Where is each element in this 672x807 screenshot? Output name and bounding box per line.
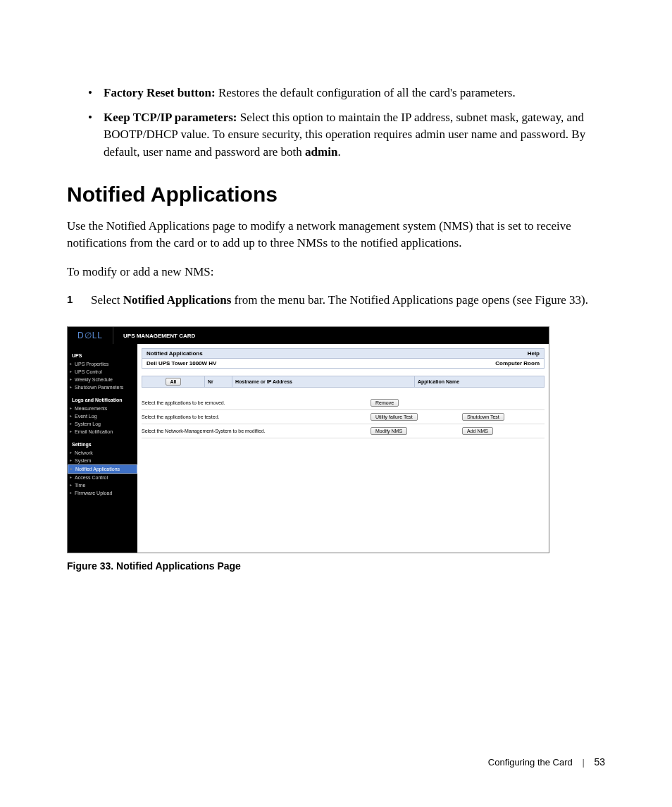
sidebar-item-measurements[interactable]: Measurements xyxy=(68,405,137,412)
app-top-bar: D∅LL UPS MANAGEMENT CARD xyxy=(68,327,549,344)
intro-paragraph: Use the Notified Applications page to mo… xyxy=(67,218,605,252)
footer-page-number: 53 xyxy=(594,756,605,768)
lead-paragraph: To modify or add a new NMS: xyxy=(67,264,605,281)
bullet-label: Keep TCP/IP parameters: xyxy=(104,111,237,124)
device-name: Dell UPS Tower 1000W HV xyxy=(147,360,216,366)
add-nms-button[interactable]: Add NMS xyxy=(462,427,493,435)
sidebar-item-firmware-upload[interactable]: Firmware Upload xyxy=(68,489,137,497)
bullet-tail-bold: admin xyxy=(305,145,337,159)
sidebar-item-event-log[interactable]: Event Log xyxy=(68,412,137,420)
sidebar-item-email-notification[interactable]: Email Notification xyxy=(68,428,137,436)
figure-caption: Figure 33. Notified Applications Page xyxy=(67,560,605,572)
col-app-name: Application Name xyxy=(415,376,545,388)
remove-button[interactable]: Remove xyxy=(371,399,399,407)
utility-failure-test-button[interactable]: Utility failure Test xyxy=(371,413,418,421)
action-label: Select the applications to be removed. xyxy=(142,400,371,405)
dell-logo: D∅LL xyxy=(68,327,113,344)
all-button[interactable]: All xyxy=(166,378,182,386)
shutdown-test-button[interactable]: Shutdown Test xyxy=(462,413,504,421)
sidebar-item-time[interactable]: Time xyxy=(68,481,137,489)
step-1: 1 Select Notified Applications from the … xyxy=(67,292,605,309)
bullet-label: Factory Reset button: xyxy=(104,86,216,99)
bullet-tail: . xyxy=(337,145,340,159)
step-number: 1 xyxy=(67,292,91,309)
col-hostname: Hostname or IP Address xyxy=(232,376,415,388)
app-title: UPS MANAGEMENT CARD xyxy=(113,333,195,339)
step-text: Select Notified Applications from the me… xyxy=(91,292,588,309)
action-row-remove: Select the applications to be removed. R… xyxy=(142,396,545,410)
sidebar-item-ups-properties[interactable]: UPS Properties xyxy=(68,360,137,368)
action-row-nms: Select the Network-Management-System to … xyxy=(142,424,545,438)
panel-header: Notified Applications Help xyxy=(142,348,545,359)
bullet-keep-tcpip: Keep TCP/IP parameters: Select this opti… xyxy=(88,109,605,161)
sidebar-group-settings: Settings xyxy=(68,440,137,449)
sidebar-group-ups: UPS xyxy=(68,351,137,360)
sidebar-nav: UPS UPS Properties UPS Control Weekly Sc… xyxy=(68,344,137,553)
sidebar-item-access-control[interactable]: Access Control xyxy=(68,474,137,481)
col-nr: Nr xyxy=(205,376,232,388)
panel-title: Notified Applications xyxy=(147,350,203,357)
sidebar-group-logs: Logs and Notification xyxy=(68,395,137,405)
sidebar-item-notified-applications[interactable]: Notified Applications xyxy=(68,464,137,474)
sidebar-item-system-log[interactable]: System Log xyxy=(68,420,137,428)
screenshot-notified-applications: D∅LL UPS MANAGEMENT CARD UPS UPS Propert… xyxy=(67,326,549,553)
sidebar-item-ups-control[interactable]: UPS Control xyxy=(68,368,137,376)
action-label: Select the applications to be tested. xyxy=(142,414,371,419)
action-row-test: Select the applications to be tested. Ut… xyxy=(142,410,545,424)
action-label: Select the Network-Management-System to … xyxy=(142,429,371,433)
sidebar-item-shutdown-parameters[interactable]: Shutdown Parameters xyxy=(68,383,137,391)
modify-nms-button[interactable]: Modify NMS xyxy=(371,427,407,435)
bullet-factory-reset: Factory Reset button: Restores the defau… xyxy=(88,85,605,102)
sidebar-item-weekly-schedule[interactable]: Weekly Schedule xyxy=(68,376,137,383)
applications-table: All Nr Hostname or IP Address Applicatio… xyxy=(142,376,545,388)
col-all: All xyxy=(142,376,205,388)
bullet-text: Restores the default configuration of al… xyxy=(216,86,516,99)
content-panel: Notified Applications Help Dell UPS Towe… xyxy=(137,344,549,553)
sidebar-item-network[interactable]: Network xyxy=(68,449,137,457)
footer-chapter: Configuring the Card xyxy=(488,757,573,768)
sidebar-item-system[interactable]: System xyxy=(68,457,137,464)
footer-separator: | xyxy=(582,757,584,768)
help-link[interactable]: Help xyxy=(528,350,540,357)
section-heading: Notified Applications xyxy=(67,183,605,207)
page-footer: Configuring the Card | 53 xyxy=(488,756,605,768)
panel-subheader: Dell UPS Tower 1000W HV Computer Room xyxy=(142,359,545,369)
device-location: Computer Room xyxy=(495,360,540,366)
